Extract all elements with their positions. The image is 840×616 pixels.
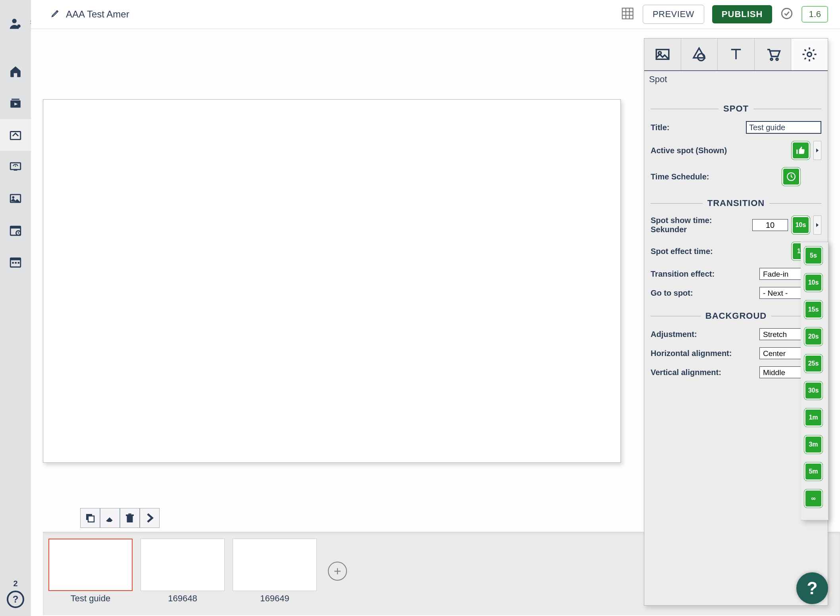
svg-rect-15 bbox=[10, 258, 21, 260]
time-preset-button[interactable]: 1m bbox=[804, 408, 823, 427]
canvas-container bbox=[43, 99, 621, 463]
tab-settings[interactable] bbox=[791, 38, 828, 70]
time-preset-button[interactable]: 25s bbox=[804, 354, 823, 373]
thumbs-up-icon[interactable] bbox=[791, 141, 810, 160]
sidebar-images[interactable] bbox=[0, 183, 31, 214]
expand-arrow-icon[interactable] bbox=[813, 216, 821, 235]
svg-marker-39 bbox=[816, 223, 819, 227]
svg-point-34 bbox=[770, 58, 772, 60]
slide-label: 169648 bbox=[168, 593, 197, 604]
sidebar-badge: 2 bbox=[13, 579, 17, 588]
left-sidebar: > 2 ? bbox=[0, 0, 31, 616]
page-title: AAA Test Amer bbox=[66, 9, 129, 20]
svg-rect-4 bbox=[12, 99, 19, 100]
next-slide-button[interactable] bbox=[140, 508, 160, 528]
panel-tabs bbox=[644, 38, 828, 71]
transition-effect-label: Transition effect: bbox=[651, 270, 746, 279]
version-badge: 1.6 bbox=[801, 6, 828, 23]
svg-rect-12 bbox=[10, 226, 21, 229]
slide-thumbnail[interactable] bbox=[233, 539, 317, 591]
erase-slide-button[interactable] bbox=[100, 508, 120, 528]
check-circle-icon[interactable] bbox=[780, 7, 794, 22]
grid-icon[interactable] bbox=[620, 6, 635, 23]
svg-rect-17 bbox=[15, 262, 17, 264]
svg-rect-8 bbox=[14, 169, 17, 171]
time-preset-button[interactable]: 20s bbox=[804, 327, 823, 346]
show-time-input[interactable] bbox=[752, 219, 788, 231]
expand-arrow-icon[interactable] bbox=[813, 141, 821, 160]
svg-rect-19 bbox=[622, 8, 633, 19]
svg-rect-27 bbox=[127, 516, 133, 522]
halign-label: Horizontal alignment: bbox=[651, 349, 746, 358]
sidebar-home[interactable] bbox=[0, 56, 31, 87]
svg-point-24 bbox=[782, 8, 792, 19]
duplicate-slide-button[interactable] bbox=[80, 508, 100, 528]
active-spot-label: Active spot (Shown) bbox=[651, 146, 746, 155]
time-preset-flyout: 5s 10s 15s 20s 25s 30s 1m 3m 5m ∞ bbox=[801, 242, 828, 520]
time-preset-button[interactable]: 3m bbox=[804, 435, 823, 454]
sidebar-media[interactable] bbox=[0, 87, 31, 119]
main-area: AAA Test Amer PREVIEW PUBLISH 1.6 bbox=[31, 0, 840, 616]
panel-subtitle: Spot bbox=[644, 71, 828, 88]
add-slide-button[interactable]: + bbox=[328, 562, 347, 581]
header: AAA Test Amer PREVIEW PUBLISH 1.6 bbox=[31, 0, 840, 29]
spot-canvas[interactable] bbox=[43, 99, 621, 463]
valign-label: Vertical alignment: bbox=[651, 368, 746, 377]
pencil-icon[interactable] bbox=[51, 8, 60, 20]
svg-marker-32 bbox=[694, 48, 705, 58]
help-float-button[interactable]: ? bbox=[796, 572, 828, 604]
time-preset-button[interactable]: 5s bbox=[804, 246, 823, 265]
slide-toolbar bbox=[80, 508, 160, 528]
svg-rect-26 bbox=[88, 516, 94, 522]
effect-time-label: Spot effect time: bbox=[651, 247, 746, 256]
svg-rect-18 bbox=[18, 262, 19, 264]
sidebar-screen[interactable] bbox=[0, 151, 31, 183]
time-preset-button[interactable]: 30s bbox=[804, 381, 823, 400]
show-time-label: Spot show time: Sekunder bbox=[651, 216, 730, 234]
svg-point-35 bbox=[776, 58, 778, 60]
goto-spot-label: Go to spot: bbox=[651, 289, 746, 298]
delete-slide-button[interactable] bbox=[120, 508, 140, 528]
time-preset-button[interactable]: 10s bbox=[804, 273, 823, 292]
svg-point-36 bbox=[807, 52, 812, 57]
time-preset-button[interactable]: 15s bbox=[804, 300, 823, 319]
show-time-badge[interactable]: 10s bbox=[791, 216, 810, 235]
sidebar-schedule[interactable] bbox=[0, 214, 31, 246]
tab-image[interactable] bbox=[644, 38, 681, 70]
section-background-heading: BACKGROUD bbox=[651, 311, 821, 321]
svg-point-7 bbox=[15, 166, 16, 167]
tab-shapes[interactable] bbox=[681, 38, 718, 70]
sidebar-calendar[interactable] bbox=[0, 246, 31, 278]
section-spot-heading: SPOT bbox=[651, 104, 821, 114]
slide-item[interactable]: Test guide bbox=[48, 539, 133, 604]
slide-item[interactable]: 169649 bbox=[233, 539, 317, 604]
svg-point-0 bbox=[12, 19, 17, 23]
time-schedule-label: Time Schedule: bbox=[651, 172, 746, 181]
slide-thumbnail[interactable] bbox=[141, 539, 225, 591]
slide-item[interactable]: 169648 bbox=[141, 539, 225, 604]
time-preset-button[interactable]: ∞ bbox=[804, 489, 823, 508]
preview-button[interactable]: PREVIEW bbox=[643, 5, 704, 24]
spot-title-label: Title: bbox=[651, 123, 730, 132]
adjustment-label: Adjustment: bbox=[651, 330, 746, 339]
tab-text[interactable] bbox=[718, 38, 755, 70]
properties-panel: Spot SPOT Title: Active spot (Shown) bbox=[644, 38, 828, 606]
tab-cart[interactable] bbox=[755, 38, 792, 70]
svg-point-10 bbox=[12, 196, 15, 198]
slide-thumbnail[interactable] bbox=[48, 539, 133, 591]
svg-rect-16 bbox=[12, 262, 14, 264]
sidebar-editor[interactable] bbox=[0, 119, 31, 151]
slide-label: 169649 bbox=[260, 593, 289, 604]
clock-icon[interactable] bbox=[782, 167, 801, 186]
svg-rect-29 bbox=[128, 514, 131, 515]
svg-marker-37 bbox=[816, 148, 819, 152]
spot-title-input[interactable] bbox=[746, 121, 821, 134]
svg-rect-28 bbox=[126, 514, 134, 516]
slide-label: Test guide bbox=[71, 593, 110, 604]
publish-button[interactable]: PUBLISH bbox=[712, 5, 773, 23]
sidebar-help-icon[interactable]: ? bbox=[7, 591, 24, 608]
sidebar-user[interactable]: > bbox=[0, 8, 31, 40]
svg-point-1 bbox=[17, 24, 21, 28]
time-preset-button[interactable]: 5m bbox=[804, 462, 823, 481]
section-transition-heading: TRANSITION bbox=[651, 198, 821, 208]
